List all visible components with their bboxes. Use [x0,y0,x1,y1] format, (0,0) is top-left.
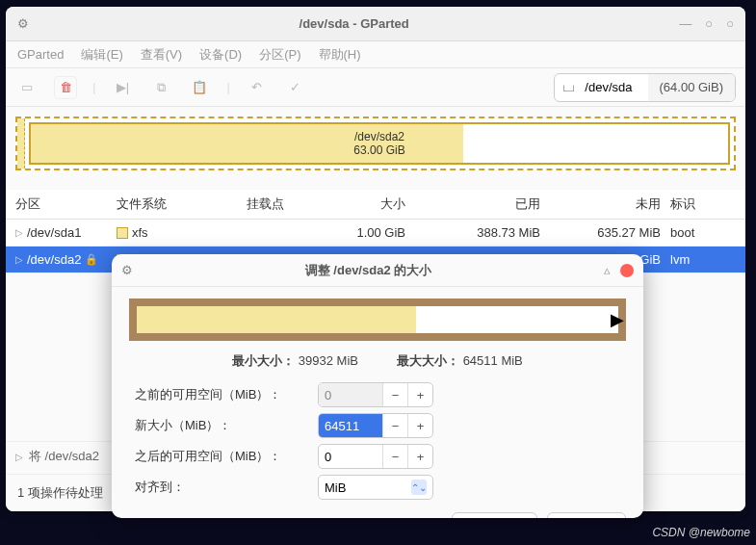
watermark: CSDN @newbome [652,526,750,539]
gear-icon[interactable]: ⚙ [17,16,29,31]
resize-grip-icon[interactable]: ▶ [611,306,624,333]
chevron-down-icon: ⌃⌄ [411,480,427,495]
partition-flags: lvm [670,252,728,267]
viz-partition-name: /dev/sda2 [354,130,404,143]
resize-visualization[interactable]: ▶ [129,298,626,341]
after-label: 之后的可用空间（MiB）： [135,448,308,465]
decrement-icon[interactable]: − [382,445,407,468]
align-value: MiB [325,480,346,495]
viz-partition-size: 63.00 GiB [353,143,404,157]
newsize-label: 新大小（MiB）： [135,417,308,434]
increment-icon[interactable]: + [407,414,432,437]
lock-icon: 🔒 [85,253,98,266]
col-flags[interactable]: 标识 [670,195,728,213]
window-title: /dev/sda - GParted [29,16,679,31]
partition-used: 388.73 MiB [434,225,560,240]
pending-op-text: 将 /dev/sda2 [29,448,99,465]
titlebar: ⚙ /dev/sda - GParted — ○ ○ [6,7,745,41]
align-select[interactable]: MiB ⌃⌄ [318,475,433,500]
resize-icon[interactable]: ▶| [111,76,134,99]
space-before-field[interactable] [319,383,382,406]
col-size[interactable]: 大小 [300,195,434,213]
col-used[interactable]: 已用 [434,195,560,213]
delete-icon[interactable]: 🗑 [54,76,77,99]
max-size: 64511 MiB [463,353,523,368]
table-header: 分区 文件系统 挂载点 大小 已用 未用 标识 [6,190,745,220]
minimize-icon[interactable]: — [679,16,691,31]
decrement-icon[interactable]: − [382,383,407,406]
menubar: GParted 编辑(E) 查看(V) 设备(D) 分区(P) 帮助(H) [6,41,745,68]
cancel-button[interactable]: ⊘取消(C) [452,512,537,518]
col-partition[interactable]: 分区 [15,195,117,213]
menu-edit[interactable]: 编辑(E) [81,46,122,64]
fs-name: xfs [132,225,148,240]
menu-view[interactable]: 查看(V) [141,46,182,64]
partition-size: 1.00 GiB [300,225,434,240]
paste-icon[interactable]: 📋 [188,76,211,99]
partition-name: /dev/sda1 [27,225,81,240]
table-row[interactable]: ▷/dev/sda1 xfs 1.00 GiB 388.73 MiB 635.2… [6,220,745,247]
window-controls: — ○ ○ [679,16,734,31]
col-filesystem[interactable]: 文件系统 [117,195,247,213]
new-size-field[interactable] [319,414,382,437]
toolbar: ▭ 🗑 | ▶| ⧉ 📋 | ↶ ✓ ⌴ /dev/sda (64.00 GiB… [6,68,745,107]
close-icon[interactable] [620,264,634,277]
decrement-icon[interactable]: − [382,414,407,437]
menu-partition[interactable]: 分区(P) [259,46,300,64]
before-label: 之前的可用空间（MiB）： [135,386,308,403]
menu-device[interactable]: 设备(D) [199,46,242,64]
align-label: 对齐到： [135,479,308,496]
dialog-buttons: ⊘取消(C) 调整大小 [112,503,643,518]
col-mount[interactable]: 挂载点 [247,195,300,213]
close-icon[interactable]: ○ [726,16,734,31]
size-limits: 最小大小： 39932 MiB 最大大小： 64511 MiB [112,352,643,370]
min-size: 39932 MiB [299,353,358,368]
pending-count: 1 项操作待处理 [17,485,103,500]
menu-gparted[interactable]: GParted [17,47,64,62]
copy-icon[interactable]: ⧉ [149,76,172,99]
minimize-icon[interactable]: ▵ [604,263,611,277]
disk-icon: ⌴ [555,80,581,94]
partition-handle [17,118,25,169]
mount-point [247,225,300,240]
apply-icon[interactable]: ✓ [284,76,307,99]
undo-icon[interactable]: ↶ [246,76,269,99]
fs-color-icon [117,227,128,239]
maximize-icon[interactable]: ○ [705,16,713,31]
space-after-field[interactable] [319,445,382,468]
disk-visualization[interactable]: /dev/sda2 63.00 GiB [15,117,736,170]
resize-form: 之前的可用空间（MiB）： − + 新大小（MiB）： − + 之后的可用空间（… [112,379,643,503]
device-name: /dev/sda [581,80,647,94]
dialog-title: 调整 /dev/sda2 的大小 [133,262,604,279]
viz-partition[interactable]: /dev/sda2 63.00 GiB [29,122,730,165]
device-size: (64.00 GiB) [648,74,735,101]
space-after-input[interactable]: − + [318,444,433,469]
expand-icon: ▷ [15,254,23,265]
gear-icon[interactable]: ⚙ [121,263,133,277]
dialog-titlebar: ⚙ 调整 /dev/sda2 的大小 ▵ [112,254,643,287]
new-size-input[interactable]: − + [318,413,433,438]
partition-flags: boot [670,225,728,240]
space-before-input[interactable]: − + [318,382,433,407]
increment-icon[interactable]: + [407,383,432,406]
partition-name: /dev/sda2 [27,252,81,267]
menu-help[interactable]: 帮助(H) [319,46,361,64]
col-free[interactable]: 未用 [560,195,670,213]
partition-free: 635.27 MiB [560,225,670,240]
expand-icon: ▷ [15,227,23,238]
resize-button[interactable]: 调整大小 [547,512,626,518]
new-icon[interactable]: ▭ [15,76,39,99]
device-selector[interactable]: ⌴ /dev/sda (64.00 GiB) [554,73,736,102]
increment-icon[interactable]: + [407,445,432,468]
expand-icon: ▷ [15,452,23,462]
resize-dialog: ⚙ 调整 /dev/sda2 的大小 ▵ ▶ 最小大小： 39932 MiB 最… [112,254,643,518]
